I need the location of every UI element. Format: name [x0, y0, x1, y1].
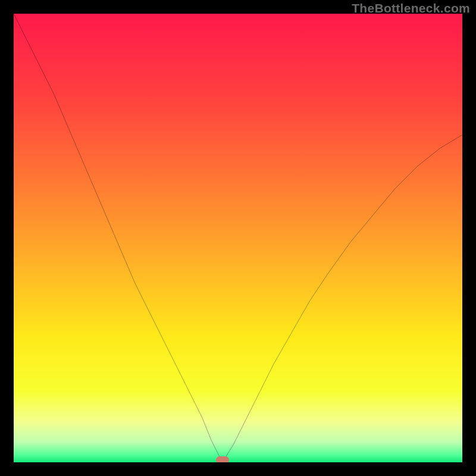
svg-rect-0	[14, 14, 462, 462]
background-gradient	[14, 14, 462, 462]
plot-area	[14, 14, 462, 462]
chart-frame: TheBottleneck.com	[0, 0, 476, 476]
